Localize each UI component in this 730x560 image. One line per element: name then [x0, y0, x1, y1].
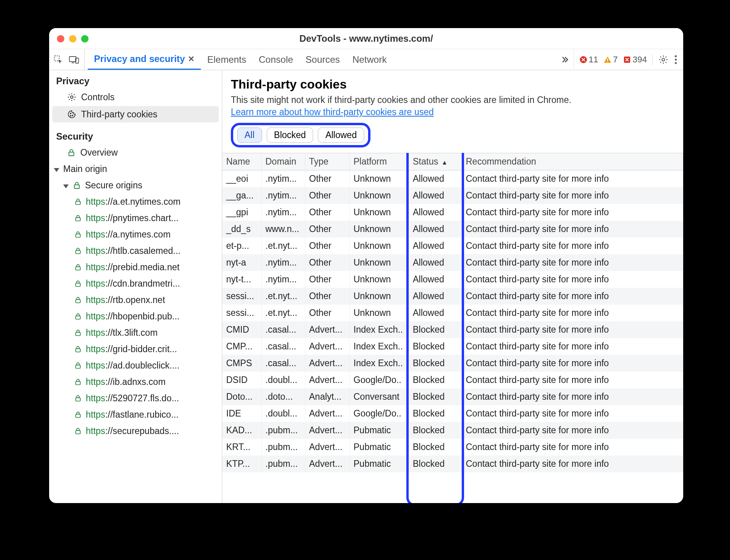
cell-domain: .et.nyt...: [261, 288, 305, 305]
cell-status: Allowed: [409, 305, 462, 321]
origin-row[interactable]: https://5290727.fls.do...: [49, 390, 222, 406]
cell-domain: .pubm...: [261, 455, 305, 472]
panel-tab-sources[interactable]: Sources: [299, 49, 346, 70]
blocked-count[interactable]: 394: [623, 55, 647, 65]
cell-domain: .et.nyt...: [261, 237, 305, 254]
panel-tab-elements[interactable]: Elements: [201, 49, 252, 70]
errors-count[interactable]: 11: [579, 55, 598, 65]
origin-protocol: https: [86, 344, 105, 354]
svg-rect-29: [76, 398, 80, 401]
table-row[interactable]: CMID.casal...Advert...Index Exch..Blocke…: [222, 321, 683, 338]
cell-platform: Unknown: [349, 187, 409, 204]
table-row[interactable]: CMP....casal...Advert...Index Exch..Bloc…: [222, 338, 683, 355]
origin-row[interactable]: https://hbopenbid.pub...: [49, 308, 222, 324]
origin-row[interactable]: https://cdn.brandmetri...: [49, 275, 222, 292]
table-row[interactable]: __ga....nytim...OtherUnknownAllowedConta…: [222, 187, 683, 204]
tree-item-main-origin[interactable]: Main origin: [49, 161, 222, 177]
cell-domain: www.n...: [261, 221, 305, 237]
lock-icon: [74, 214, 82, 222]
minimize-window-button[interactable]: [69, 35, 76, 43]
close-tab-icon[interactable]: ✕: [188, 54, 195, 64]
panel-tab-privacy-and-security[interactable]: Privacy and security✕: [88, 49, 201, 70]
column-header-status[interactable]: Status ▲: [409, 153, 462, 170]
kebab-menu-icon[interactable]: [674, 55, 678, 65]
lock-icon: [74, 345, 82, 353]
origin-row[interactable]: https://rtb.openx.net: [49, 292, 222, 308]
table-row[interactable]: CMPS.casal...Advert...Index Exch..Blocke…: [222, 355, 683, 372]
origin-url: https://pnytimes.chart...: [86, 213, 179, 223]
origin-row[interactable]: https://htlb.casalemed...: [49, 243, 222, 259]
zoom-window-button[interactable]: [81, 35, 89, 43]
chevron-down-icon: [54, 168, 59, 172]
tree-item-secure-origins[interactable]: Secure origins: [49, 177, 222, 193]
cell-name: __eoi: [222, 170, 261, 188]
cookie-table-wrap: NameDomainTypePlatformStatus ▲Recommenda…: [222, 153, 683, 503]
column-header-domain[interactable]: Domain: [261, 153, 305, 170]
privacy-section-header: Privacy: [49, 70, 222, 89]
table-row[interactable]: et-p....et.nyt...OtherUnknownAllowedCont…: [222, 237, 683, 254]
table-row[interactable]: DSID.doubl...Advert...Google/Do..Blocked…: [222, 372, 683, 388]
inspect-element-icon[interactable]: [53, 55, 63, 65]
warnings-count[interactable]: 7: [604, 55, 618, 65]
origin-row[interactable]: https://fastlane.rubico...: [49, 406, 222, 423]
origin-row[interactable]: https://a.nytimes.com: [49, 226, 222, 243]
cell-type: Other: [305, 170, 349, 188]
sidebar-item-controls[interactable]: Controls: [49, 89, 222, 105]
filter-chip-allowed[interactable]: Allowed: [318, 128, 364, 143]
origin-row[interactable]: https://grid-bidder.crit...: [49, 341, 222, 357]
sidebar-item-third-party-cookies[interactable]: Third-party cookies: [52, 106, 219, 122]
origin-protocol: https: [86, 229, 105, 239]
origin-protocol: https: [86, 197, 105, 207]
column-header-recommendation[interactable]: Recommendation: [462, 153, 683, 170]
panel-tab-label: Elements: [207, 54, 246, 65]
learn-more-link[interactable]: Learn more about how third-party cookies…: [231, 107, 434, 117]
close-window-button[interactable]: [57, 35, 64, 43]
table-row[interactable]: KRT....pubm...Advert...PubmaticBlockedCo…: [222, 439, 683, 455]
cell-name: et-p...: [222, 237, 261, 254]
cell-status: Allowed: [409, 288, 462, 305]
panel-tab-console[interactable]: Console: [253, 49, 299, 70]
more-tabs-overflow-icon[interactable]: [556, 55, 574, 65]
column-header-label: Recommendation: [466, 156, 536, 167]
origin-row[interactable]: https://a.et.nytimes.com: [49, 193, 222, 210]
lock-icon: [74, 198, 82, 206]
cell-type: Other: [305, 288, 349, 305]
column-header-name[interactable]: Name: [222, 153, 261, 170]
filter-chip-blocked[interactable]: Blocked: [267, 128, 314, 143]
origin-row[interactable]: https://pnytimes.chart...: [49, 210, 222, 226]
table-row[interactable]: __eoi.nytim...OtherUnknownAllowedContact…: [222, 170, 683, 188]
filter-chip-all[interactable]: All: [237, 128, 262, 143]
origin-host: ://securepubads....: [105, 426, 179, 436]
panel-tab-network[interactable]: Network: [346, 49, 393, 70]
device-toggle-icon[interactable]: [69, 55, 80, 65]
table-row[interactable]: sessi....et.nyt...OtherUnknownAllowedCon…: [222, 288, 683, 305]
cell-rec: Contact third-party site for more info: [462, 405, 683, 422]
origin-row[interactable]: https://prebid.media.net: [49, 259, 222, 275]
cell-type: Advert...: [305, 338, 349, 355]
table-row[interactable]: _dd_swww.n...OtherUnknownAllowedContact …: [222, 221, 683, 237]
table-row[interactable]: nyt-a.nytim...OtherUnknownAllowedContact…: [222, 254, 683, 271]
svg-rect-26: [76, 349, 80, 352]
svg-rect-25: [76, 332, 80, 335]
table-row[interactable]: IDE.doubl...Advert...Google/Do..BlockedC…: [222, 405, 683, 422]
sidebar-item-overview[interactable]: Overview: [49, 144, 222, 161]
table-row[interactable]: KTP....pubm...Advert...PubmaticBlockedCo…: [222, 455, 683, 472]
cell-platform: Unknown: [349, 221, 409, 237]
origin-row[interactable]: https://ib.adnxs.com: [49, 374, 222, 390]
sidebar-item-label: Controls: [81, 92, 115, 103]
table-row[interactable]: KAD....pubm...Advert...PubmaticBlockedCo…: [222, 422, 683, 439]
table-row[interactable]: __gpi.nytim...OtherUnknownAllowedContact…: [222, 204, 683, 221]
column-header-type[interactable]: Type: [305, 153, 349, 170]
cell-status: Allowed: [409, 187, 462, 204]
lock-icon: [74, 427, 82, 435]
origin-row[interactable]: https://tlx.3lift.com: [49, 324, 222, 341]
origin-row[interactable]: https://ad.doubleclick....: [49, 357, 222, 374]
settings-icon[interactable]: [658, 55, 668, 65]
origin-row[interactable]: https://securepubads....: [49, 423, 222, 439]
origin-host: ://5290727.fls.do...: [105, 393, 179, 403]
table-row[interactable]: sessi....et.nyt...OtherUnknownAllowedCon…: [222, 305, 683, 321]
table-row[interactable]: nyt-t....nytim...OtherUnknownAllowedCont…: [222, 271, 683, 288]
table-row[interactable]: Doto....doto...Analyt...ConversantBlocke…: [222, 388, 683, 405]
cell-status: Blocked: [409, 439, 462, 455]
column-header-platform[interactable]: Platform: [349, 153, 409, 170]
